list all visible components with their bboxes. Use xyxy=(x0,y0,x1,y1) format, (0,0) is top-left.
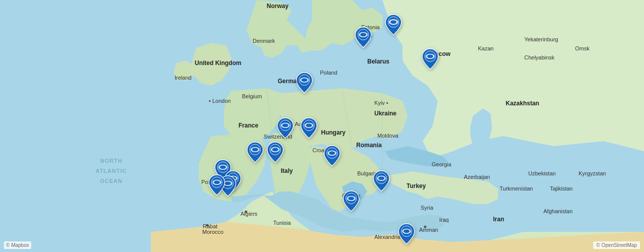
osm-attribution-text: © OpenStreetMap xyxy=(596,242,637,248)
mapbox-logo: © Mapbox xyxy=(4,241,31,249)
city-dot-algiers xyxy=(245,211,248,213)
svg-point-16 xyxy=(427,54,433,58)
svg-point-25 xyxy=(252,148,258,151)
city-dot-amman xyxy=(424,226,427,228)
map-container: Norway Denmark Estonia Latvia United Kin… xyxy=(0,0,644,252)
svg-point-22 xyxy=(306,123,312,127)
pin-switzerland-2[interactable] xyxy=(266,141,284,165)
svg-point-37 xyxy=(220,165,226,169)
pin-israel[interactable] xyxy=(397,223,416,247)
map-background xyxy=(0,0,644,252)
svg-point-13 xyxy=(360,33,366,36)
pin-moscow[interactable] xyxy=(421,48,439,72)
svg-point-46 xyxy=(214,180,220,184)
pin-switzerland-1[interactable] xyxy=(246,141,264,165)
svg-point-49 xyxy=(348,197,354,200)
osm-attribution[interactable]: © OpenStreetMap xyxy=(593,241,640,249)
pin-austria[interactable] xyxy=(300,117,318,141)
svg-point-34 xyxy=(329,151,335,155)
pin-bulgaria[interactable] xyxy=(372,170,390,194)
svg-point-31 xyxy=(282,123,288,127)
svg-point-52 xyxy=(378,176,384,180)
pin-berlin[interactable] xyxy=(295,72,313,96)
pin-germany-south[interactable] xyxy=(276,117,294,141)
svg-point-55 xyxy=(404,229,410,233)
svg-point-28 xyxy=(272,148,278,151)
pin-croatia[interactable] xyxy=(323,145,341,169)
pin-spain-4[interactable] xyxy=(208,174,226,198)
pin-estonia[interactable] xyxy=(354,26,372,50)
city-dot-rabat xyxy=(206,224,209,227)
mapbox-attribution[interactable]: © Mapbox xyxy=(4,241,31,249)
svg-point-9 xyxy=(390,20,396,24)
pin-norway[interactable] xyxy=(384,14,403,38)
pin-greece[interactable] xyxy=(342,190,360,214)
svg-point-19 xyxy=(301,78,307,82)
